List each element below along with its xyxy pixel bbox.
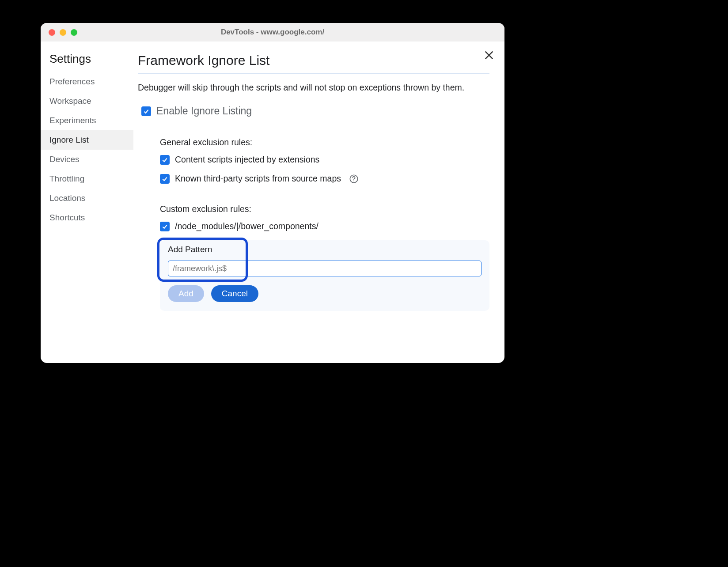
sidebar-item-experiments[interactable]: Experiments <box>41 111 133 130</box>
settings-sidebar: Settings Preferences Workspace Experimen… <box>41 42 133 363</box>
enable-ignore-listing-row: Enable Ignore Listing <box>138 105 489 117</box>
sidebar-item-shortcuts[interactable]: Shortcuts <box>41 208 133 227</box>
content-scripts-row: Content scripts injected by extensions <box>160 155 489 165</box>
cancel-button[interactable]: Cancel <box>211 285 258 302</box>
custom-rule-row: /node_modules/|/bower_components/ <box>160 221 489 231</box>
third-party-row: Known third-party scripts from source ma… <box>160 174 489 184</box>
window-titlebar: DevTools - www.google.com/ <box>41 23 504 42</box>
third-party-checkbox[interactable] <box>160 174 170 184</box>
custom-rules-heading: Custom exclusion rules: <box>160 204 489 214</box>
add-pattern-label: Add Pattern <box>168 240 482 261</box>
page-description: Debugger will skip through the scripts a… <box>138 82 489 94</box>
window-zoom-button[interactable] <box>71 29 77 36</box>
pattern-input[interactable] <box>168 261 482 276</box>
add-pattern-buttons: Add Cancel <box>168 285 482 302</box>
close-icon[interactable] <box>483 49 495 61</box>
third-party-label: Known third-party scripts from source ma… <box>175 174 341 184</box>
content-scripts-label: Content scripts injected by extensions <box>175 155 319 165</box>
add-pattern-panel: Add Pattern Add Cancel <box>160 240 489 311</box>
general-rules-section: General exclusion rules: Content scripts… <box>138 137 489 311</box>
settings-main: Framework Ignore List Debugger will skip… <box>133 42 504 363</box>
window-title: DevTools - www.google.com/ <box>41 28 504 37</box>
page-title: Framework Ignore List <box>138 53 489 74</box>
sidebar-item-devices[interactable]: Devices <box>41 150 133 169</box>
content-scripts-checkbox[interactable] <box>160 155 170 165</box>
sidebar-item-locations[interactable]: Locations <box>41 189 133 208</box>
devtools-settings-window: DevTools - www.google.com/ Settings Pref… <box>41 23 504 363</box>
sidebar-item-preferences[interactable]: Preferences <box>41 72 133 91</box>
enable-ignore-listing-label: Enable Ignore Listing <box>156 105 252 117</box>
sidebar-heading: Settings <box>41 52 133 72</box>
enable-ignore-listing-checkbox[interactable] <box>141 106 151 116</box>
general-rules-heading: General exclusion rules: <box>160 137 489 147</box>
custom-rule-checkbox[interactable] <box>160 222 170 231</box>
help-icon[interactable] <box>349 174 359 184</box>
sidebar-item-throttling[interactable]: Throttling <box>41 169 133 189</box>
window-close-button[interactable] <box>49 29 55 36</box>
sidebar-item-workspace[interactable]: Workspace <box>41 91 133 111</box>
svg-point-1 <box>353 180 354 181</box>
window-minimize-button[interactable] <box>60 29 66 36</box>
window-body: Settings Preferences Workspace Experimen… <box>41 42 504 363</box>
add-button[interactable]: Add <box>168 285 204 302</box>
traffic-lights <box>41 29 77 36</box>
sidebar-item-ignore-list[interactable]: Ignore List <box>41 130 133 150</box>
custom-rule-label: /node_modules/|/bower_components/ <box>175 221 318 231</box>
